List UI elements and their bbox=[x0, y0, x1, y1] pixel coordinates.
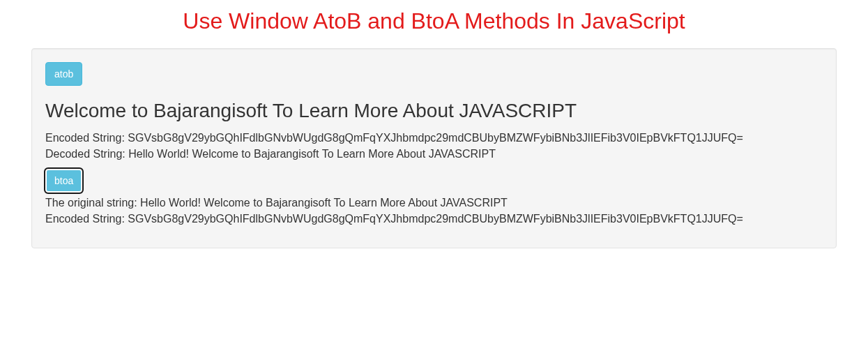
content-well: atob Welcome to Bajarangisoft To Learn M… bbox=[31, 48, 837, 248]
page-title: Use Window AtoB and BtoA Methods In Java… bbox=[0, 8, 868, 34]
atob-decoded-value: Hello World! Welcome to Bajarangisoft To… bbox=[128, 148, 496, 160]
atob-encoded-label: Encoded String: bbox=[45, 132, 125, 144]
btoa-output: The original string: Hello World! Welcom… bbox=[45, 195, 823, 227]
btoa-button[interactable]: btoa bbox=[45, 169, 82, 193]
btoa-encoded-label: Encoded String: bbox=[45, 213, 125, 225]
btoa-original-value: Hello World! Welcome to Bajarangisoft To… bbox=[140, 197, 508, 209]
btoa-original-label: The original string: bbox=[45, 197, 137, 209]
atob-output: Encoded String: SGVsbG8gV29ybGQhIFdlbGNv… bbox=[45, 130, 823, 162]
btoa-encoded-value: SGVsbG8gV29ybGQhIFdlbGNvbWUgdG8gQmFqYXJh… bbox=[128, 213, 743, 225]
welcome-heading: Welcome to Bajarangisoft To Learn More A… bbox=[45, 100, 823, 122]
atob-encoded-value: SGVsbG8gV29ybGQhIFdlbGNvbWUgdG8gQmFqYXJh… bbox=[128, 132, 743, 144]
atob-decoded-label: Decoded String: bbox=[45, 148, 125, 160]
atob-button[interactable]: atob bbox=[45, 62, 82, 86]
